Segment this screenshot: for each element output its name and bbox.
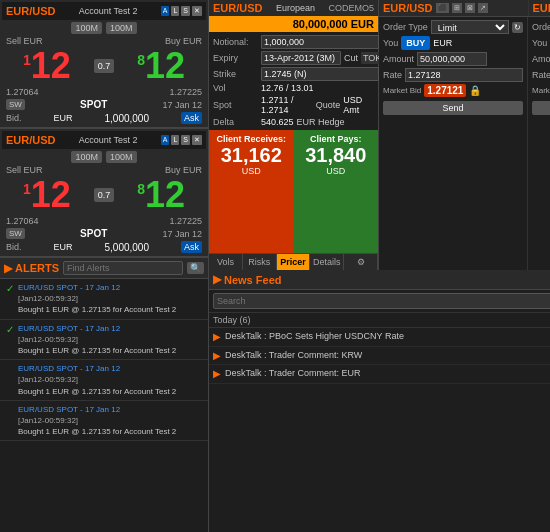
news-triangle-icon: ▶ (213, 273, 221, 286)
amount-row-left: Amount (383, 52, 523, 66)
alert-text-0: Bought 1 EUR @ 1.27135 for Account Test … (18, 304, 176, 315)
send-btn-left[interactable]: Send (383, 101, 523, 115)
news-text-0[interactable]: DeskTalk : PBoC Sets Higher USDCNY Rate (225, 331, 404, 343)
alert-time-3: [Jan12-00:59:32] (18, 416, 78, 425)
strike-input[interactable] (261, 67, 379, 81)
expiry-input[interactable] (261, 51, 341, 65)
tile1-ask[interactable]: Ask (181, 112, 202, 124)
form-row-delta: Delta 540.625 EUR Hedge (213, 117, 374, 127)
news-search-input[interactable] (213, 293, 550, 309)
rate-input-left[interactable] (405, 68, 523, 82)
tile1-icon-s[interactable]: S (181, 6, 190, 16)
options-notional-highlight: 80,000,000 EUR (209, 16, 378, 32)
tile1-info-row: 1.27064 1.27225 (2, 86, 206, 98)
tile2-rate-right: 1.27225 (169, 216, 202, 226)
tile2-sell-super: 1 (23, 181, 31, 197)
left-panel: EUR/USD Account Test 2 A L S ✕ 100M 100M… (0, 0, 209, 532)
tile2-pair: EUR/USD (6, 134, 56, 146)
orders-area: EUR/USD ⬛ ⊞ ⊠ ↗ EUR/USD ⬛ ⊞ ⊠ Order T (379, 0, 550, 270)
lock-icon-left: 🔒 (469, 85, 481, 96)
tile2-icon-l[interactable]: L (171, 135, 179, 145)
order-refresh-left[interactable]: ↻ (512, 22, 523, 33)
tile2-buy-price[interactable]: 812 (137, 177, 185, 213)
order-tile-left: Order Type Limit Stop Market ↻ You BUY E… (379, 17, 528, 270)
tile2-spread-val: 0.7 (98, 190, 111, 200)
quote-label: Quote (316, 100, 341, 110)
tile2-sw[interactable]: SW (6, 228, 25, 239)
tile1-spread-val: 0.7 (98, 61, 111, 71)
market-label-left: Market Bid (383, 86, 421, 95)
currency-label-left: EUR (433, 38, 452, 48)
news-header: ▶ News Feed (209, 270, 550, 290)
tile1-sell-side[interactable]: 112 (4, 48, 90, 84)
tile1-buy-super: 8 (137, 52, 145, 68)
amount-label-right: Amount (532, 54, 550, 64)
cut-label: Cut (344, 53, 358, 63)
order-tiles-row: Order Type Limit Stop Market ↻ You BUY E… (379, 17, 550, 270)
tile2-sell-price[interactable]: 112 (23, 177, 71, 213)
buy-btn-left[interactable]: BUY (401, 36, 430, 50)
options-sell[interactable]: Client Receives: 31,162 USD (209, 130, 294, 253)
tile2-buy-side[interactable]: 812 (118, 177, 204, 213)
tile2-spread: 0.7 (94, 188, 115, 202)
amount-row-right: Amount (532, 52, 550, 66)
delta-value: 540.625 (261, 117, 294, 127)
tile1-icons: A L S ✕ (161, 6, 202, 16)
tile1-notional1[interactable]: 100M (71, 22, 102, 34)
tile2-sw-row: SW SPOT 17 Jan 12 (2, 227, 206, 240)
tab-pricer[interactable]: Pricer (277, 254, 311, 270)
tile1-buy-price[interactable]: 812 (137, 48, 185, 84)
order-icon-l3[interactable]: ⊠ (465, 3, 475, 13)
tile1-icon-l[interactable]: L (171, 6, 179, 16)
news-text-1[interactable]: DeskTalk : Trader Comment: KRW (225, 350, 362, 362)
tile2-notional2[interactable]: 100M (106, 151, 137, 163)
tile2-icon-a[interactable]: A (161, 135, 170, 145)
alert-time-2: [Jan12-00:59:32] (18, 375, 78, 384)
send-btn-right[interactable]: Send (532, 101, 550, 115)
tile2-date: 17 Jan 12 (162, 229, 202, 239)
order-icon-l4[interactable]: ↗ (478, 3, 488, 13)
order-icon-l1[interactable]: ⬛ (436, 3, 449, 13)
amount-label-left: Amount (383, 54, 414, 64)
tile2-header: EUR/USD Account Test 2 A L S ✕ (2, 131, 206, 149)
options-buy[interactable]: Client Pays: 31,840 USD (294, 130, 379, 253)
tile2-icon-x[interactable]: ✕ (192, 135, 202, 145)
tile1-icon-x[interactable]: ✕ (192, 6, 202, 16)
tile1-sw[interactable]: SW (6, 99, 25, 110)
tab-risks[interactable]: Risks (243, 254, 277, 270)
spot-value: 1.2711 / 1.2714 (261, 95, 313, 115)
alerts-search-button[interactable]: 🔍 (187, 262, 204, 274)
options-sell-currency: USD (242, 166, 261, 176)
order-icon-l2[interactable]: ⊞ (452, 3, 462, 13)
tile2-ask[interactable]: Ask (181, 241, 202, 253)
news-text-2[interactable]: DeskTalk : Trader Comment: EUR (225, 368, 361, 380)
form-row-spot: Spot 1.2711 / 1.2714 Quote USD Amt (213, 95, 374, 115)
tile1-notional2[interactable]: 100M (106, 22, 137, 34)
order-type-row-left: Order Type Limit Stop Market ↻ (383, 20, 523, 34)
tile2-icon-s[interactable]: S (181, 135, 190, 145)
alert-item-0: ✓ EUR/USD SPOT - 17 Jan 12 [Jan12-00:59:… (0, 279, 208, 320)
alert-text-2: Bought 1 EUR @ 1.27135 for Account Test … (18, 386, 176, 397)
news-arrow-0: ▶ (213, 331, 221, 342)
tile2-sell-side[interactable]: 112 (4, 177, 90, 213)
tab-vols[interactable]: Vols (209, 254, 243, 270)
tab-gear[interactable]: ⚙ (344, 254, 378, 270)
tile1-sw-row: SW SPOT 17 Jan 12 (2, 98, 206, 111)
alerts-search-input[interactable] (63, 261, 183, 275)
you-label-right: You (532, 38, 547, 48)
notional-input[interactable] (261, 35, 379, 49)
amount-input-left[interactable] (417, 52, 487, 66)
vol-label: Vol (213, 83, 258, 93)
options-type: European (276, 3, 315, 13)
tile1-buy-side[interactable]: 812 (118, 48, 204, 84)
rate-label-left: Rate (383, 70, 402, 80)
tab-details[interactable]: Details (310, 254, 344, 270)
order-type-select-left[interactable]: Limit Stop Market (431, 20, 509, 34)
tile1-icon-a[interactable]: A (161, 6, 170, 16)
alerts-list: ✓ EUR/USD SPOT - 17 Jan 12 [Jan12-00:59:… (0, 279, 208, 441)
client-receives-label: Client Receives: (216, 134, 286, 144)
vol-value: 12.76 / 13.01 (261, 83, 314, 93)
tile1-sell-price[interactable]: 112 (23, 48, 71, 84)
tile1-header: EUR/USD Account Test 2 A L S ✕ (2, 2, 206, 20)
tile2-notional1[interactable]: 100M (71, 151, 102, 163)
